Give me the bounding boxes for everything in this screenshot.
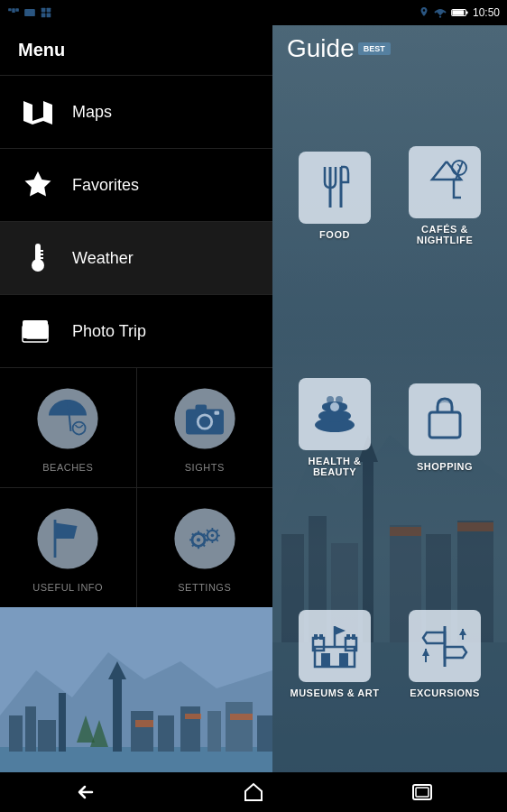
svg-rect-42	[113, 679, 122, 752]
grid-container: FOOD CAFÉ	[272, 72, 507, 772]
useful-info-label: USEFUL INFO	[32, 582, 103, 593]
back-button[interactable]	[65, 772, 105, 812]
sidebar-item-favorites[interactable]: Favorites	[0, 149, 272, 222]
home-button[interactable]	[234, 772, 273, 812]
grid-item-food[interactable]: FOOD	[280, 79, 390, 311]
svg-rect-5	[41, 8, 46, 13]
svg-point-72	[322, 403, 329, 411]
svg-rect-46	[207, 711, 221, 752]
excursion-icon	[418, 622, 472, 671]
sidebar-utility-items: USEFUL INFO SETTINGS	[0, 488, 272, 607]
grid-item-museums[interactable]: MUSEUMS & ART	[280, 544, 390, 765]
health-icon-wrap	[299, 378, 371, 450]
recent-icon	[412, 784, 432, 800]
grid-item-excursions[interactable]: EXCURSIONS	[390, 544, 500, 765]
museum-icon	[308, 622, 362, 671]
svg-rect-41	[59, 693, 66, 752]
svg-rect-76	[429, 412, 460, 438]
cafe-icon	[418, 157, 472, 207]
svg-rect-27	[195, 405, 207, 411]
svg-point-74	[327, 396, 334, 403]
sidebar-header: Menu	[0, 25, 272, 76]
beach-icon	[32, 383, 104, 455]
sidebar-item-weather[interactable]: Weather	[0, 222, 272, 295]
right-panel: Guide BEST FOOD	[272, 25, 507, 772]
svg-rect-85	[346, 634, 350, 640]
sidebar-item-weather-label: Weather	[72, 249, 134, 268]
photo-trip-icon	[18, 311, 58, 351]
home-icon	[244, 782, 263, 802]
svg-rect-38	[9, 715, 23, 752]
svg-rect-48	[257, 715, 272, 752]
svg-rect-8	[47, 14, 51, 18]
battery-icon	[451, 7, 469, 18]
wifi-icon	[433, 7, 447, 18]
excursions-label: EXCURSIONS	[410, 687, 480, 698]
svg-point-33	[197, 538, 200, 541]
menu-title: Menu	[18, 40, 65, 60]
camera-icon	[169, 383, 241, 455]
svg-rect-83	[314, 634, 318, 640]
svg-point-75	[336, 396, 343, 403]
sidebar-item-sights[interactable]: SIGHTS	[136, 368, 273, 487]
thermometer-icon	[18, 238, 58, 278]
sidebar-item-photo-trip-label: Photo Trip	[72, 322, 146, 341]
museums-label: MUSEUMS & ART	[290, 687, 380, 698]
svg-point-4	[28, 11, 32, 15]
svg-rect-39	[25, 706, 36, 752]
svg-rect-84	[319, 634, 323, 640]
svg-rect-78	[321, 653, 330, 667]
recent-button[interactable]	[402, 772, 442, 812]
sidebar-item-settings[interactable]: SETTINGS	[136, 488, 273, 607]
shopping-icon-wrap	[409, 383, 481, 456]
sidebar-item-maps[interactable]: Maps	[0, 76, 272, 149]
map-icon	[18, 92, 58, 132]
svg-rect-2	[15, 8, 19, 12]
museum-icon-wrap	[299, 610, 371, 682]
excursion-icon-wrap	[409, 610, 481, 682]
food-icon	[312, 162, 357, 212]
svg-point-35	[210, 534, 214, 538]
sidebar-item-favorites-label: Favorites	[72, 176, 139, 195]
food-icon-wrap	[299, 152, 371, 224]
cafes-label: CAFÉS & NIGHTLIFE	[397, 224, 493, 245]
sidebar-city-image	[0, 607, 272, 788]
svg-rect-89	[416, 788, 429, 797]
bottom-nav	[0, 772, 507, 812]
svg-rect-44	[158, 715, 174, 752]
svg-rect-0	[8, 8, 11, 11]
time-display: 10:50	[473, 6, 500, 19]
status-bar-right: 10:50	[419, 6, 500, 19]
svg-point-20	[38, 388, 98, 448]
svg-rect-1	[12, 8, 15, 13]
status-bar: 10:50	[0, 0, 507, 25]
svg-rect-45	[180, 706, 200, 752]
flag-icon	[32, 503, 104, 575]
sidebar-item-photo-trip[interactable]: Photo Trip	[0, 295, 272, 368]
health-icon	[308, 389, 362, 438]
sidebar-item-useful-info[interactable]: USEFUL INFO	[0, 488, 136, 607]
settings-label: SETTINGS	[178, 582, 231, 593]
best-badge: BEST	[358, 42, 391, 55]
svg-rect-6	[47, 8, 51, 13]
svg-point-26	[198, 416, 210, 428]
food-label: FOOD	[319, 229, 350, 240]
svg-rect-40	[38, 720, 56, 752]
svg-rect-86	[352, 634, 355, 640]
sights-label: SIGHTS	[185, 462, 225, 473]
star-icon	[18, 165, 58, 205]
svg-rect-47	[226, 702, 253, 752]
cafe-icon-wrap	[409, 146, 481, 218]
sidebar: Menu Maps Favorites	[0, 25, 272, 772]
right-header: Guide BEST	[272, 25, 507, 72]
guide-title: Guide	[287, 34, 355, 63]
sidebar-item-beaches[interactable]: BEACHES	[0, 368, 136, 487]
right-content: Guide BEST FOOD	[272, 25, 507, 772]
grid-item-shopping[interactable]: SHOPPING	[390, 311, 500, 543]
svg-point-73	[340, 403, 347, 411]
sidebar-bottom-items: BEACHES SIGHTS	[0, 368, 272, 488]
grid-item-health[interactable]: HEALTH & BEAUTY	[280, 311, 390, 543]
settings-icon	[169, 503, 241, 575]
svg-rect-28	[214, 411, 219, 415]
grid-item-cafes[interactable]: CAFÉS & NIGHTLIFE	[390, 79, 500, 311]
